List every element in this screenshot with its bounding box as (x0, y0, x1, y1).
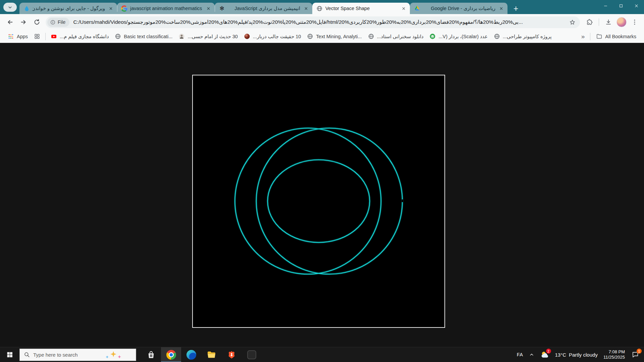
tab-close-button[interactable] (498, 5, 504, 11)
chatgpt-icon: ✻ (219, 5, 225, 12)
bookmark-label: 10 حقیقت جالب دربار... (253, 34, 301, 39)
browser-tab-4[interactable]: Vector Space Shape (312, 3, 410, 14)
address-bar[interactable]: File C:/Users/mahdi/Videos/فایل%20متنی%2… (46, 16, 580, 28)
close-icon (206, 6, 211, 11)
start-button[interactable] (0, 347, 19, 362)
close-icon (108, 6, 113, 11)
bookmark-item[interactable]: Basic text classificati... (112, 32, 175, 41)
close-icon (634, 4, 639, 8)
tab-search-button[interactable] (3, 3, 17, 12)
bookmark-star-button[interactable] (568, 18, 577, 26)
windows-logo-icon (6, 351, 13, 358)
taskbar-darkapp-button[interactable] (241, 347, 262, 362)
taskbar-search-box[interactable]: Type here to search (19, 349, 136, 361)
downloads-button[interactable] (602, 16, 614, 28)
vector-shape-canvas[interactable] (192, 75, 445, 328)
minimize-icon (603, 4, 608, 8)
bookmark-label: 30 حدیث از امام حسی... (187, 34, 237, 39)
globe-icon (307, 33, 313, 40)
search-placeholder: Type here to search (33, 352, 78, 358)
bookmarks-right: » All Bookmarks (579, 32, 639, 41)
bookmark-item[interactable]: Apps (5, 32, 31, 41)
taskbar-chrome-button[interactable] (161, 347, 181, 362)
taskbar-app-icons (141, 347, 262, 362)
tab-close-button[interactable] (303, 5, 309, 11)
url-scheme-chip[interactable]: File (47, 18, 69, 27)
back-arrow-icon (6, 18, 14, 26)
taskbar-clock[interactable]: 7:08 PM 11/25/2025 (603, 349, 625, 360)
browser-tab-3[interactable]: ✻انیمیشن مدل برداری JavaScript (215, 3, 312, 14)
bookmark-item[interactable]: 30 حدیث از امام حسی... (175, 32, 240, 41)
forward-arrow-icon (20, 18, 27, 26)
youtube-icon (51, 33, 57, 40)
window-controls (598, 0, 644, 11)
extensions-button[interactable] (583, 16, 595, 28)
action-center-button[interactable]: 1 (631, 350, 640, 359)
store-icon (146, 350, 156, 360)
close-window-button[interactable] (629, 0, 644, 11)
weather-tray-icon[interactable]: 2 (540, 350, 549, 359)
desktop-screen: ویرگول - جایی برای نوشتن و خواندنjavascr… (0, 0, 644, 362)
bookmark-label: Basic text classificati... (124, 34, 172, 39)
bookmark-item[interactable]: دانشگاه مجازی فیلم م... (48, 32, 112, 41)
tab-close-button[interactable] (205, 5, 211, 11)
tab-close-button[interactable] (400, 5, 407, 11)
star-icon (569, 19, 576, 26)
tab-title: انیمیشن مدل برداری JavaScript (228, 6, 300, 11)
bookmarks-divider (45, 33, 46, 40)
maximize-button[interactable] (613, 0, 629, 11)
bookmark-item[interactable]: پروژه کامپیوتر طراحی... (491, 32, 555, 41)
minimize-button[interactable] (598, 0, 613, 11)
tab-strip: ویرگول - جایی برای نوشتن و خواندنjavascr… (0, 0, 644, 14)
apps-grid-icon (8, 33, 14, 40)
bookmark-item[interactable] (31, 32, 43, 41)
chrome-icon (166, 350, 176, 360)
bookmark-item[interactable]: 10 حقیقت جالب دربار... (241, 32, 304, 41)
tab-title: Vector Space Shape (325, 6, 398, 11)
info-icon (50, 19, 56, 25)
tab-title: javascript animation mathematics (130, 6, 203, 11)
bookmark-label: دانشگاه مجازی فیلم م... (60, 34, 109, 39)
browser-tab-5[interactable]: ریاضیات برداری - Google Drive (410, 3, 507, 14)
new-tab-button[interactable]: + (511, 3, 521, 13)
url-text[interactable]: C:/Users/mahdi/Videos/فایل%20متنی%20یا%2… (73, 19, 568, 25)
tab-list: ویرگول - جایی برای نوشتن و خواندنjavascr… (19, 3, 507, 14)
taskbar-store-button[interactable] (141, 347, 161, 362)
download-icon (605, 18, 612, 26)
all-bookmarks-button[interactable]: All Bookmarks (593, 32, 639, 41)
notification-badge: 1 (637, 349, 642, 354)
browser-tab-1[interactable]: ویرگول - جایی برای نوشتن و خواندن (19, 3, 117, 14)
gdrive-icon (414, 5, 420, 12)
taskbar-edge-button[interactable] (181, 347, 201, 362)
sparkle-icon (118, 355, 121, 359)
search-icon (24, 352, 30, 358)
taskbar-brave-button[interactable] (221, 347, 241, 362)
bookmark-item[interactable]: عدد (Scalar)، بردار (V... (426, 32, 490, 41)
reload-button[interactable] (30, 15, 44, 29)
bookmark-item[interactable]: Text Mining, Analyti... (304, 32, 365, 41)
toolbar-divider (599, 18, 599, 26)
three-dot-menu-icon (631, 18, 638, 26)
explorer-icon (207, 350, 216, 360)
browser-tab-2[interactable]: javascript animation mathematics (117, 3, 215, 14)
chip-label: File (58, 19, 65, 25)
all-bookmarks-label: All Bookmarks (605, 34, 636, 39)
clock-date: 11/25/2025 (603, 355, 625, 360)
taskbar-explorer-button[interactable] (201, 347, 221, 362)
back-button[interactable] (3, 15, 17, 29)
tab-title: ویرگول - جایی برای نوشتن و خواندن (33, 6, 105, 11)
globe-icon (368, 33, 374, 40)
google-icon (121, 5, 127, 12)
profile-avatar[interactable] (616, 17, 627, 27)
tab-close-button[interactable] (108, 5, 114, 11)
close-icon (304, 6, 309, 11)
arc-gap-notch (401, 199, 403, 202)
hidden-icons-chevron[interactable] (529, 352, 534, 357)
bookmark-item[interactable]: دانلود سخنرانی استاد... (365, 32, 427, 41)
language-indicator[interactable]: FA (517, 352, 523, 357)
weather-text[interactable]: 13°C Partly cloudy (555, 352, 598, 358)
forward-button[interactable] (17, 15, 30, 29)
reload-icon (33, 18, 41, 26)
bookmarks-overflow-button[interactable]: » (579, 33, 588, 40)
browser-menu-button[interactable] (629, 16, 641, 28)
